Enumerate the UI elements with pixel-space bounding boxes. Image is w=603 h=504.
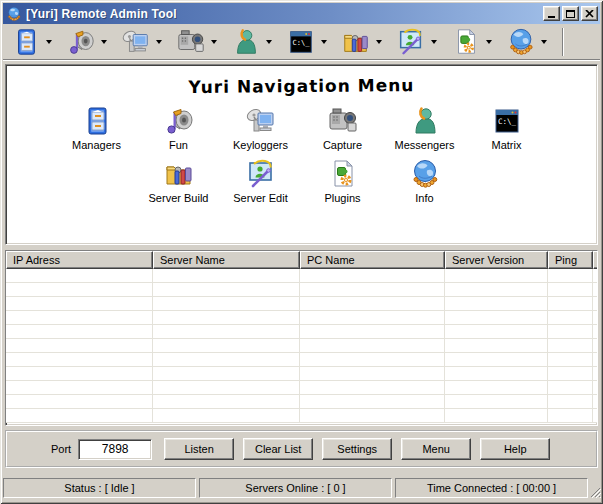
globe-hands-icon: [409, 158, 441, 190]
table-row: [6, 283, 597, 297]
toolbar-button-fun[interactable]: [65, 26, 97, 58]
table-row: [6, 311, 597, 325]
close-button[interactable]: [581, 6, 598, 21]
menu-button[interactable]: Menu: [401, 438, 471, 460]
nav-item-messengers[interactable]: Messengers: [384, 105, 466, 151]
status-bar: Status : [ Idle ] Servers Online : [ 0 ]…: [3, 478, 600, 498]
list-body[interactable]: [6, 269, 597, 423]
nav-item-label: Matrix: [492, 139, 522, 151]
nav-item-label: Fun: [169, 139, 188, 151]
table-row: [6, 367, 597, 381]
dropdown-arrow-icon[interactable]: [541, 40, 547, 44]
nav-item-matrix[interactable]: Matrix: [466, 105, 548, 151]
settings-button[interactable]: Settings: [322, 438, 392, 460]
help-button[interactable]: Help: [480, 438, 550, 460]
satellite-computer-icon: [121, 27, 151, 57]
dropdown-arrow-icon[interactable]: [211, 40, 217, 44]
toolbar-button-managers[interactable]: [10, 26, 42, 58]
listen-button[interactable]: Listen: [164, 438, 234, 460]
maximize-icon: [566, 10, 575, 18]
toolbar-button-capture[interactable]: [175, 26, 207, 58]
music-speaker-icon: [66, 27, 96, 57]
table-row: [6, 269, 597, 283]
nav-row-1: Managers Fun Keyloggers Capture Messenge…: [6, 105, 597, 151]
camcorder-icon: [176, 27, 206, 57]
satellite-computer-icon: [245, 105, 277, 137]
table-row: [6, 381, 597, 395]
dropdown-arrow-icon[interactable]: [101, 40, 107, 44]
nav-item-server-edit[interactable]: Server Edit: [220, 158, 302, 204]
toolbar-button-info[interactable]: [505, 26, 537, 58]
dropdown-arrow-icon[interactable]: [46, 40, 52, 44]
maximize-button[interactable]: [562, 6, 579, 21]
navigation-panel: Yuri Navigation Menu Managers Fun Keylog…: [5, 64, 598, 245]
nav-item-plugins[interactable]: Plugins: [302, 158, 384, 204]
dropdown-arrow-icon[interactable]: [156, 40, 162, 44]
edit-wand-icon: [396, 27, 426, 57]
dropdown-arrow-icon[interactable]: [431, 40, 437, 44]
folder-tools-icon: [163, 158, 195, 190]
resize-grip[interactable]: [589, 486, 601, 498]
file-cabinet-icon: [81, 105, 113, 137]
close-icon: [585, 10, 594, 18]
table-row: [6, 409, 597, 423]
nav-item-info[interactable]: Info: [384, 158, 466, 204]
toolbar-separator: [562, 28, 564, 56]
controls-panel: Port Listen Clear List Settings Menu Hel…: [5, 430, 598, 468]
nav-item-capture[interactable]: Capture: [302, 105, 384, 151]
nav-row-2: Server Build Server Edit Plugins Info: [6, 158, 597, 204]
dropdown-arrow-icon[interactable]: [486, 40, 492, 44]
column-header-filler: [593, 251, 598, 269]
list-grid-line: [547, 269, 548, 423]
document-gear-icon: [451, 27, 481, 57]
command-prompt-icon: [491, 105, 523, 137]
nav-item-keyloggers[interactable]: Keyloggers: [220, 105, 302, 151]
nav-item-label: Keyloggers: [233, 139, 288, 151]
toolbar-button-server-edit[interactable]: [395, 26, 427, 58]
nav-item-fun[interactable]: Fun: [138, 105, 220, 151]
toolbar-button-matrix[interactable]: [285, 26, 317, 58]
port-input[interactable]: [78, 439, 152, 460]
camcorder-icon: [327, 105, 359, 137]
nav-item-server-build[interactable]: Server Build: [138, 158, 220, 204]
column-header-server-name[interactable]: Server Name: [153, 251, 300, 269]
list-grid-line: [444, 269, 445, 423]
nav-item-label: Plugins: [324, 192, 360, 204]
column-header-server-version[interactable]: Server Version: [445, 251, 548, 269]
table-row: [6, 353, 597, 367]
minimize-icon: [548, 16, 555, 18]
column-header-ip-adress[interactable]: IP Adress: [6, 251, 153, 269]
dropdown-arrow-icon[interactable]: [321, 40, 327, 44]
music-speaker-icon: [163, 105, 195, 137]
nav-item-managers[interactable]: Managers: [56, 105, 138, 151]
column-header-ping[interactable]: Ping: [548, 251, 593, 269]
table-row: [6, 395, 597, 409]
column-header-pc-name[interactable]: PC Name: [300, 251, 445, 269]
toolbar-button-plugins[interactable]: [450, 26, 482, 58]
list-grid-line: [592, 269, 593, 423]
nav-item-label: Server Build: [149, 192, 209, 204]
file-cabinet-icon: [11, 27, 41, 57]
status-section-time-connected: Time Connected : [ 00:00 ]: [395, 478, 588, 498]
minimize-button[interactable]: [543, 6, 560, 21]
app-icon: [6, 6, 22, 22]
nav-item-label: Messengers: [395, 139, 455, 151]
toolbar: [3, 24, 600, 60]
folder-tools-icon: [341, 27, 371, 57]
dropdown-arrow-icon[interactable]: [376, 40, 382, 44]
port-label: Port: [51, 443, 71, 455]
clear-list-button[interactable]: Clear List: [243, 438, 313, 460]
list-header: IP Adress Server Name PC Name Server Ver…: [6, 251, 597, 269]
command-prompt-icon: [286, 27, 316, 57]
globe-hands-icon: [506, 27, 536, 57]
nav-item-label: Server Edit: [233, 192, 287, 204]
toolbar-button-keyloggers[interactable]: [120, 26, 152, 58]
dropdown-arrow-icon[interactable]: [266, 40, 272, 44]
status-section-servers-online: Servers Online : [ 0 ]: [199, 478, 392, 498]
nav-item-label: Capture: [323, 139, 362, 151]
messenger-person-icon: [409, 105, 441, 137]
table-row: [6, 339, 597, 353]
title-bar[interactable]: [Yuri] Remote Admin Tool: [3, 3, 600, 24]
toolbar-button-server-build[interactable]: [340, 26, 372, 58]
toolbar-button-messengers[interactable]: [230, 26, 262, 58]
